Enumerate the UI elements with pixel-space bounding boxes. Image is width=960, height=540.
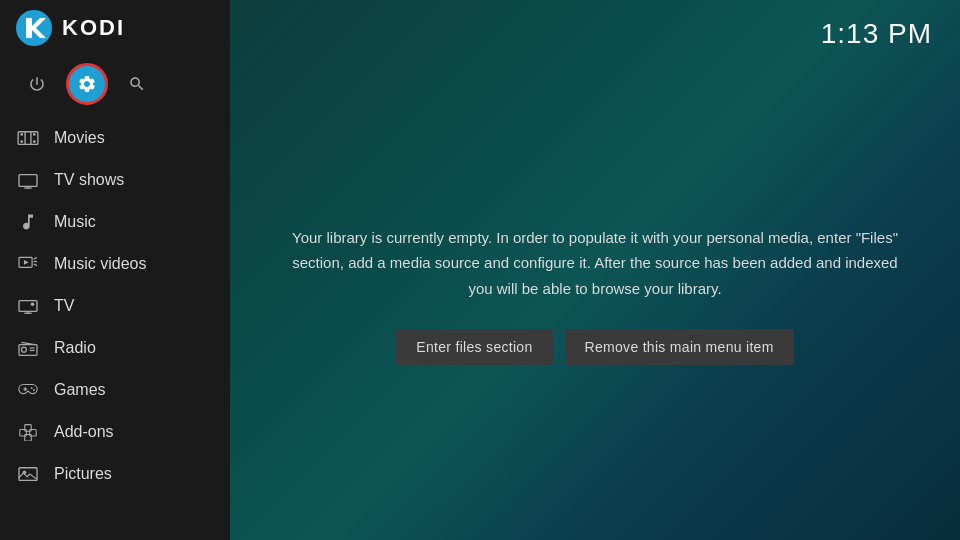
kodi-logo-icon xyxy=(16,10,52,46)
svg-marker-13 xyxy=(24,260,29,265)
svg-point-5 xyxy=(33,133,36,136)
svg-rect-30 xyxy=(20,430,27,437)
power-button[interactable] xyxy=(16,63,58,105)
games-label: Games xyxy=(54,381,106,399)
svg-rect-31 xyxy=(30,430,37,437)
svg-point-3 xyxy=(20,133,23,136)
sidebar-item-musicvideos[interactable]: Music videos xyxy=(0,243,230,285)
svg-rect-34 xyxy=(19,468,37,481)
svg-line-16 xyxy=(34,264,37,266)
sidebar: KODI xyxy=(0,0,230,540)
svg-point-29 xyxy=(33,389,35,391)
musicvideos-label: Music videos xyxy=(54,255,146,273)
svg-point-28 xyxy=(31,387,33,389)
radio-label: Radio xyxy=(54,339,96,357)
svg-rect-33 xyxy=(25,434,32,441)
enter-files-section-button[interactable]: Enter files section xyxy=(396,329,552,365)
app-title: KODI xyxy=(62,15,125,41)
content-area: Your library is currently empty. In orde… xyxy=(230,50,960,540)
music-label: Music xyxy=(54,213,96,231)
games-icon xyxy=(16,378,40,402)
sidebar-icons xyxy=(0,55,230,117)
svg-point-20 xyxy=(31,302,35,306)
tvshows-icon xyxy=(16,168,40,192)
addons-label: Add-ons xyxy=(54,423,114,441)
svg-rect-32 xyxy=(25,425,32,432)
svg-point-4 xyxy=(20,140,23,143)
tv-icon xyxy=(16,294,40,318)
sidebar-item-tv[interactable]: TV xyxy=(0,285,230,327)
settings-icon xyxy=(77,74,97,94)
top-bar: 1:13 PM xyxy=(230,0,960,50)
power-icon xyxy=(28,75,46,93)
tv-label: TV xyxy=(54,297,74,315)
svg-point-23 xyxy=(21,347,26,352)
svg-rect-17 xyxy=(19,301,37,312)
search-icon xyxy=(128,75,146,93)
musicvideos-icon xyxy=(16,252,40,276)
sidebar-item-movies[interactable]: Movies xyxy=(0,117,230,159)
svg-rect-7 xyxy=(24,132,25,145)
time-display: 1:13 PM xyxy=(821,18,932,50)
addons-icon xyxy=(16,420,40,444)
movies-label: Movies xyxy=(54,129,105,147)
main-content: 1:13 PM Your library is currently empty.… xyxy=(230,0,960,540)
sidebar-item-games[interactable]: Games xyxy=(0,369,230,411)
svg-rect-8 xyxy=(30,132,31,145)
sidebar-item-addons[interactable]: Add-ons xyxy=(0,411,230,453)
svg-line-14 xyxy=(34,257,37,259)
pictures-label: Pictures xyxy=(54,465,112,483)
tvshows-label: TV shows xyxy=(54,171,124,189)
movies-icon xyxy=(16,126,40,150)
pictures-icon xyxy=(16,462,40,486)
music-icon xyxy=(16,210,40,234)
sidebar-item-radio[interactable]: Radio xyxy=(0,327,230,369)
settings-button[interactable] xyxy=(66,63,108,105)
svg-rect-9 xyxy=(19,175,37,187)
sidebar-item-pictures[interactable]: Pictures xyxy=(0,453,230,495)
sidebar-item-tvshows[interactable]: TV shows xyxy=(0,159,230,201)
action-buttons: Enter files section Remove this main men… xyxy=(396,329,793,365)
app-header: KODI xyxy=(0,0,230,55)
nav-menu: Movies TV shows Music xyxy=(0,117,230,540)
empty-library-message: Your library is currently empty. In orde… xyxy=(290,225,900,302)
sidebar-item-music[interactable]: Music xyxy=(0,201,230,243)
svg-point-6 xyxy=(33,140,36,143)
radio-icon xyxy=(16,336,40,360)
remove-menu-item-button[interactable]: Remove this main menu item xyxy=(565,329,794,365)
search-button[interactable] xyxy=(116,63,158,105)
